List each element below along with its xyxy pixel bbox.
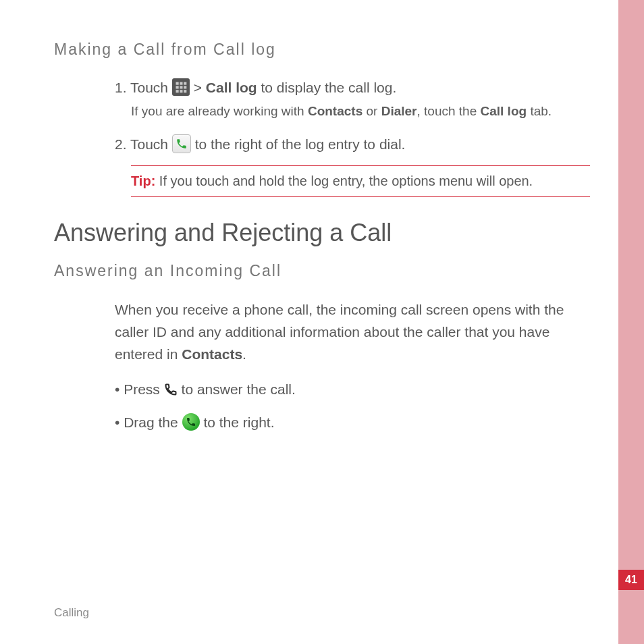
- bullet-text: • Drag the: [115, 414, 178, 430]
- bold-dialer: Dialer: [381, 104, 417, 118]
- para-text: .: [242, 346, 246, 362]
- manual-page: 41 Making a Call from Call log 1. Touch …: [0, 0, 644, 644]
- step-text: Touch: [130, 80, 168, 95]
- paragraph-incoming-call: When you receive a phone call, the incom…: [115, 299, 590, 365]
- bullet-text: • Press: [115, 381, 160, 397]
- step-text: >: [194, 80, 202, 95]
- apps-grid-icon: [172, 78, 190, 96]
- svg-rect-7: [180, 90, 182, 93]
- section-heading-answer-reject: Answering and Rejecting a Call: [54, 219, 590, 247]
- page-number-badge: 41: [618, 570, 644, 590]
- svg-rect-0: [176, 82, 178, 85]
- side-accent-bar: [618, 0, 644, 644]
- step-1-subtext: If you are already working with Contacts…: [131, 102, 590, 121]
- tip-text: If you touch and hold the log entry, the…: [159, 173, 533, 188]
- bold-contacts: Contacts: [308, 104, 363, 118]
- tip-callout: Tip: If you touch and hold the log entry…: [131, 165, 590, 197]
- answer-call-icon: [182, 413, 200, 431]
- phone-handset-icon: [164, 383, 178, 396]
- svg-rect-4: [180, 86, 182, 89]
- bold-call-log: Call log: [206, 80, 257, 95]
- section-heading-call-log: Making a Call from Call log: [54, 41, 590, 59]
- footer-section-label: Calling: [54, 606, 89, 620]
- svg-rect-3: [176, 86, 178, 89]
- sub-text: If you are already working with: [131, 104, 304, 118]
- step-text: to the right of the log entry to dial.: [195, 136, 406, 152]
- svg-rect-6: [176, 90, 178, 93]
- sub-text: tab.: [530, 104, 552, 118]
- subsection-heading-answering: Answering an Incoming Call: [54, 262, 590, 280]
- step-text: to display the call log.: [261, 80, 397, 95]
- bullet-drag-answer: • Drag the to the right.: [115, 412, 590, 434]
- bullet-press-answer: • Press to answer the call.: [115, 379, 590, 401]
- bold-contacts: Contacts: [182, 346, 242, 362]
- bold-call-log-tab: Call log: [481, 104, 527, 118]
- svg-rect-2: [184, 82, 186, 85]
- step-1: 1. Touch > Call log to display the call …: [115, 78, 590, 121]
- step-text: Touch: [130, 136, 168, 152]
- svg-rect-5: [184, 86, 186, 89]
- svg-rect-1: [180, 82, 182, 85]
- ordered-steps: 1. Touch > Call log to display the call …: [115, 78, 590, 197]
- sub-text: or: [366, 104, 377, 118]
- step-2: 2. Touch to the right of the log entry t…: [115, 134, 590, 197]
- step-number: 1.: [115, 78, 127, 98]
- bullet-text: to answer the call.: [182, 381, 296, 397]
- call-button-icon: [172, 134, 191, 153]
- bullet-text: to the right.: [203, 414, 274, 430]
- tip-label: Tip:: [131, 173, 155, 188]
- svg-rect-8: [184, 90, 186, 93]
- sub-text: , touch the: [417, 104, 477, 118]
- step-number: 2.: [115, 134, 127, 155]
